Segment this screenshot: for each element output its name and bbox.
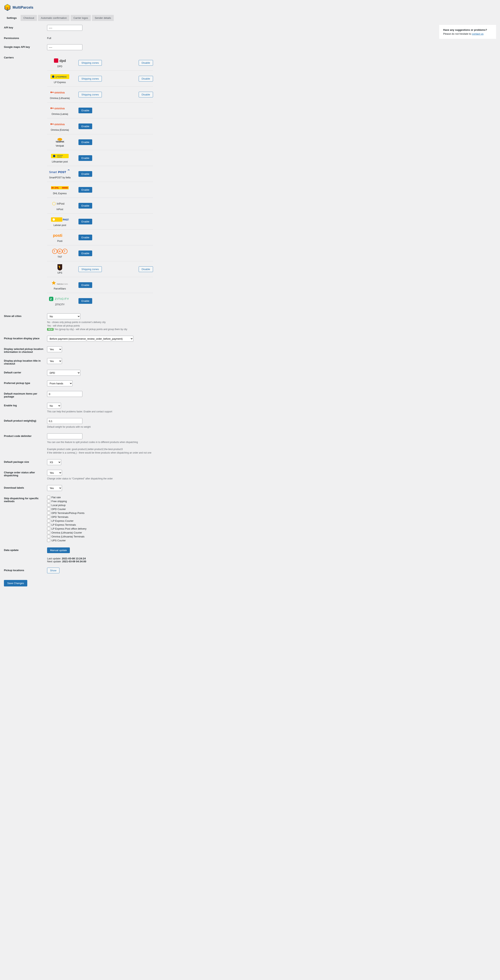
weight-desc: Default weight for products with no weig… <box>47 425 157 429</box>
carrier-logo-icon <box>47 264 73 270</box>
carrier-name: DPD <box>47 65 73 68</box>
code-delimiter-input[interactable] <box>47 433 82 439</box>
label-pickup-display: Pickup location display place <box>4 336 47 340</box>
carrier-logo-icon: omniva <box>47 105 73 111</box>
skip-method-row: Local pickup <box>47 504 157 507</box>
skip-method-checkbox[interactable] <box>47 500 50 503</box>
svg-text:PARCEL: PARCEL <box>57 283 63 285</box>
contact-us-link[interactable]: contact us <box>472 32 484 35</box>
download-labels-select[interactable]: Yes <box>47 485 62 491</box>
max-items-input[interactable] <box>47 391 82 397</box>
skip-method-checkbox[interactable] <box>47 535 50 538</box>
enable-button[interactable]: Enable <box>78 171 92 177</box>
skip-method-checkbox[interactable] <box>47 511 50 514</box>
carrier-name: Omniva (Estonia) <box>47 129 73 131</box>
disable-button[interactable]: Disable <box>139 60 153 66</box>
svg-point-22 <box>53 155 55 157</box>
carrier-row: LIETUVOSPAŠTASLithuanian postEnable <box>47 150 153 166</box>
enable-button[interactable]: Enable <box>78 219 92 224</box>
cities-desc-yes: Yes - will show all pickup points <box>47 324 157 328</box>
carrier-name: DHL Express <box>47 192 73 195</box>
tab-carrier-logos[interactable]: Carrier logos <box>70 15 91 21</box>
disable-button[interactable]: Disable <box>139 266 153 272</box>
carrier-name: ZITICITY <box>47 303 73 306</box>
skip-method-checkbox[interactable] <box>47 531 50 534</box>
carrier-row: UPSShipping zonesDisable <box>47 261 153 277</box>
manual-update-button[interactable]: Manual update <box>47 547 70 553</box>
enable-button[interactable]: Enable <box>78 139 92 145</box>
change-status-select[interactable]: Yes <box>47 470 62 476</box>
svg-rect-25 <box>51 186 69 189</box>
enable-button[interactable]: Enable <box>78 203 92 208</box>
enable-button[interactable]: Enable <box>78 155 92 161</box>
enable-button[interactable]: Enable <box>78 298 92 304</box>
api-key-input[interactable] <box>47 25 82 31</box>
carrier-logo-icon: PASTS <box>47 216 73 223</box>
label-pickup-locations: Pickup locations <box>4 568 47 572</box>
enable-button[interactable]: Enable <box>78 108 92 113</box>
label-download-labels: Download labels <box>4 485 47 489</box>
show-cities-select[interactable]: No <box>47 313 80 319</box>
enable-button[interactable]: Enable <box>78 282 92 288</box>
enable-button[interactable]: Enable <box>78 187 92 192</box>
pickup-display-select[interactable]: Before payment (woocommerce_review_order… <box>47 336 133 342</box>
svg-point-9 <box>50 92 52 93</box>
carrier-name: Latvian post <box>47 224 73 227</box>
skip-method-checkbox[interactable] <box>47 527 50 530</box>
package-size-select[interactable]: XS <box>47 459 61 465</box>
tab-settings[interactable]: Settings <box>4 15 19 21</box>
carrier-name: InPost <box>47 208 73 211</box>
skip-method-checkbox[interactable] <box>47 496 50 499</box>
carrier-row: DHLDHL ExpressEnable <box>47 182 153 198</box>
carrier-row: InPostInPostEnable <box>47 198 153 214</box>
tabs: SettingsCheckoutAutomatic confirmationCa… <box>4 15 496 21</box>
display-selected-select[interactable]: Yes <box>47 346 62 352</box>
enable-button[interactable]: Enable <box>78 124 92 129</box>
save-button[interactable]: Save Changes <box>4 580 27 586</box>
tab-automatic-confirmation[interactable]: Automatic confirmation <box>38 15 69 21</box>
enable-log-select[interactable]: No <box>47 403 61 409</box>
svg-rect-29 <box>62 187 68 188</box>
disable-button[interactable]: Disable <box>139 76 153 81</box>
show-pickup-button[interactable]: Show <box>47 568 59 573</box>
carrier-name: Omniva (Lithuania) <box>47 97 73 100</box>
carrier-logo-icon: InPost <box>47 200 73 207</box>
skip-method-row: LP Express Terminals <box>47 523 157 526</box>
enable-button[interactable]: Enable <box>78 235 92 240</box>
log-desc: This can help find problems faster. Enab… <box>47 410 157 414</box>
skip-method-checkbox[interactable] <box>47 539 50 542</box>
svg-rect-3 <box>54 59 58 63</box>
label-change-status: Change order status after dispatching <box>4 470 47 477</box>
skip-method-checkbox[interactable] <box>47 508 50 511</box>
shipping-zones-button[interactable]: Shipping zones <box>78 266 102 272</box>
default-carrier-select[interactable]: DPD <box>47 370 80 376</box>
skip-method-checkbox[interactable] <box>47 504 50 507</box>
shipping-zones-button[interactable]: Shipping zones <box>78 92 102 97</box>
display-title-select[interactable]: Yes <box>47 358 62 364</box>
svg-text:Z: Z <box>50 298 52 301</box>
skip-method-label: LP Express Terminals <box>51 523 76 526</box>
svg-text:PAŠTAS: PAŠTAS <box>57 156 62 158</box>
skip-method-label: Flat rate <box>51 496 61 499</box>
skip-method-checkbox[interactable] <box>47 515 50 519</box>
carrier-logo-icon: PARCELSTARS <box>47 280 73 286</box>
shipping-zones-button[interactable]: Shipping zones <box>78 60 102 66</box>
tab-checkout[interactable]: Checkout <box>21 15 37 21</box>
status-desc: Change order status to "Completed" after… <box>47 477 157 480</box>
tab-sender-details[interactable]: Sender details <box>92 15 114 21</box>
shipping-zones-button[interactable]: Shipping zones <box>78 76 102 81</box>
carrier-row: omnivaOmniva (Estonia)Enable <box>47 118 153 134</box>
gmaps-input[interactable] <box>47 44 82 50</box>
skip-method-checkbox[interactable] <box>47 523 50 526</box>
carrier-name: TNT <box>47 256 73 258</box>
svg-text:VENIPAK: VENIPAK <box>56 141 64 143</box>
preferred-pickup-select[interactable]: From hands <box>47 380 73 386</box>
carrier-row: TNTTNTEnable <box>47 245 153 261</box>
skip-method-checkbox[interactable] <box>47 519 50 522</box>
default-weight-input[interactable] <box>47 418 82 424</box>
skip-method-row: UPS Courier <box>47 539 157 542</box>
suggestions-box: Have any suggestions or problems? Please… <box>439 25 496 39</box>
carrier-logo-icon: SmartPOST <box>47 169 73 175</box>
enable-button[interactable]: Enable <box>78 250 92 256</box>
disable-button[interactable]: Disable <box>139 92 153 97</box>
